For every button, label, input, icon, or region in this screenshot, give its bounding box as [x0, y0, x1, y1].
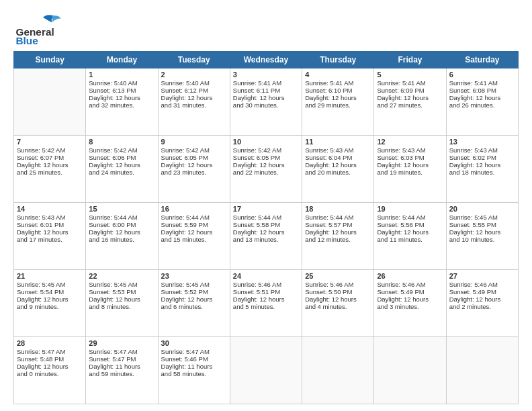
day-info-line: Sunset: 6:04 PM: [305, 154, 371, 161]
day-info-line: and 22 minutes.: [233, 169, 299, 176]
day-info-line: Daylight: 12 hours: [377, 228, 443, 236]
day-info-line: and 24 minutes.: [89, 169, 154, 176]
weekday-header-friday: Friday: [374, 52, 446, 68]
calendar-week-row: 7Sunrise: 5:42 AMSunset: 6:07 PMDaylight…: [14, 136, 519, 203]
day-number: 9: [161, 138, 227, 146]
day-info-line: Daylight: 11 hours: [161, 363, 227, 370]
page: General Blue SundayMondayTuesdayWednesda…: [0, 0, 532, 411]
day-info-line: Sunset: 6:06 PM: [89, 154, 154, 161]
day-info-line: and 10 minutes.: [449, 236, 515, 243]
weekday-header-saturday: Saturday: [446, 52, 518, 68]
day-info-line: Sunrise: 5:40 AM: [161, 79, 227, 87]
day-info-line: Sunrise: 5:46 AM: [449, 281, 515, 288]
day-number: 1: [89, 71, 154, 79]
day-info-line: Sunset: 6:09 PM: [377, 87, 443, 94]
day-number: 19: [377, 205, 443, 213]
day-number: 13: [449, 138, 515, 146]
day-info-line: Sunset: 6:12 PM: [161, 87, 227, 94]
day-info-line: Daylight: 12 hours: [377, 295, 443, 303]
calendar-cell: 30Sunrise: 5:47 AMSunset: 5:46 PMDayligh…: [158, 337, 230, 404]
day-number: 17: [233, 205, 299, 213]
day-info-line: Sunset: 5:57 PM: [305, 221, 371, 228]
day-info-line: Daylight: 12 hours: [449, 161, 515, 169]
day-info-line: Sunrise: 5:44 AM: [89, 214, 154, 221]
calendar-cell: 16Sunrise: 5:44 AMSunset: 5:59 PMDayligh…: [158, 203, 230, 270]
day-info-line: Daylight: 12 hours: [89, 161, 154, 169]
day-info-line: and 32 minutes.: [89, 101, 154, 109]
day-number: 2: [161, 71, 227, 79]
day-info-line: Sunrise: 5:42 AM: [233, 146, 299, 154]
day-info-line: and 59 minutes.: [89, 370, 154, 377]
day-number: 29: [89, 339, 154, 347]
day-info-line: Sunrise: 5:44 AM: [233, 214, 299, 221]
day-info-line: and 0 minutes.: [17, 370, 83, 377]
calendar-cell: 2Sunrise: 5:40 AMSunset: 6:12 PMDaylight…: [158, 68, 230, 136]
day-info-line: Sunset: 5:56 PM: [377, 221, 443, 228]
day-info-line: Sunset: 5:46 PM: [161, 355, 227, 363]
weekday-header-sunday: Sunday: [14, 52, 86, 68]
day-info-line: Daylight: 12 hours: [161, 295, 227, 303]
day-info-line: Sunrise: 5:42 AM: [161, 146, 227, 154]
day-info-line: Daylight: 12 hours: [305, 228, 371, 236]
day-number: 3: [233, 71, 299, 79]
day-info-line: Sunset: 5:49 PM: [377, 288, 443, 295]
day-info-line: Sunrise: 5:43 AM: [449, 146, 515, 154]
weekday-header-wednesday: Wednesday: [230, 52, 302, 68]
calendar-cell: 9Sunrise: 5:42 AMSunset: 6:05 PMDaylight…: [158, 136, 230, 203]
day-info-line: Sunset: 6:08 PM: [449, 87, 515, 94]
day-info-line: Sunrise: 5:45 AM: [17, 281, 83, 288]
day-info-line: and 3 minutes.: [377, 303, 443, 310]
day-info-line: Daylight: 12 hours: [17, 228, 83, 236]
calendar-cell: [446, 337, 518, 404]
calendar-cell: 1Sunrise: 5:40 AMSunset: 6:13 PMDaylight…: [86, 68, 158, 136]
calendar-cell: [230, 337, 302, 404]
day-info-line: Daylight: 12 hours: [377, 161, 443, 169]
day-info-line: Sunrise: 5:45 AM: [449, 214, 515, 221]
day-number: 27: [449, 272, 515, 280]
day-info-line: and 19 minutes.: [377, 169, 443, 176]
calendar-cell: 24Sunrise: 5:46 AMSunset: 5:51 PMDayligh…: [230, 270, 302, 337]
day-info-line: and 8 minutes.: [89, 303, 154, 310]
day-info-line: Sunset: 5:55 PM: [449, 221, 515, 228]
calendar-week-row: 21Sunrise: 5:45 AMSunset: 5:54 PMDayligh…: [14, 270, 519, 337]
day-info-line: and 9 minutes.: [17, 303, 83, 310]
day-info-line: Daylight: 12 hours: [449, 295, 515, 303]
day-info-line: and 20 minutes.: [305, 169, 371, 176]
day-info-line: and 4 minutes.: [305, 303, 371, 310]
day-info-line: and 11 minutes.: [377, 236, 443, 243]
day-info-line: Sunset: 6:02 PM: [449, 154, 515, 161]
svg-text:Blue: Blue: [15, 35, 38, 46]
day-info-line: Sunrise: 5:42 AM: [17, 146, 83, 154]
day-info-line: Daylight: 12 hours: [233, 228, 299, 236]
calendar-cell: 27Sunrise: 5:46 AMSunset: 5:49 PMDayligh…: [446, 270, 518, 337]
day-info-line: Sunrise: 5:43 AM: [377, 146, 443, 154]
calendar-cell: 4Sunrise: 5:41 AMSunset: 6:10 PMDaylight…: [302, 68, 374, 136]
day-info-line: Sunrise: 5:47 AM: [161, 348, 227, 355]
calendar-cell: [302, 337, 374, 404]
calendar-cell: 14Sunrise: 5:43 AMSunset: 6:01 PMDayligh…: [14, 203, 86, 270]
day-number: 23: [161, 272, 227, 280]
weekday-header-tuesday: Tuesday: [158, 52, 230, 68]
day-info-line: Sunset: 6:03 PM: [377, 154, 443, 161]
day-info-line: Sunrise: 5:41 AM: [377, 79, 443, 87]
calendar-cell: 10Sunrise: 5:42 AMSunset: 6:05 PMDayligh…: [230, 136, 302, 203]
day-info-line: Sunset: 6:05 PM: [233, 154, 299, 161]
day-info-line: and 26 minutes.: [449, 101, 515, 109]
day-number: 12: [377, 138, 443, 146]
day-info-line: Sunset: 5:52 PM: [161, 288, 227, 295]
calendar-cell: [374, 337, 446, 404]
day-number: 30: [161, 339, 227, 347]
day-info-line: Sunrise: 5:47 AM: [17, 348, 83, 355]
calendar-cell: [14, 68, 86, 136]
day-info-line: Sunset: 6:00 PM: [89, 221, 154, 228]
calendar-cell: 21Sunrise: 5:45 AMSunset: 5:54 PMDayligh…: [14, 270, 86, 337]
day-info-line: and 58 minutes.: [161, 370, 227, 377]
calendar-cell: 23Sunrise: 5:45 AMSunset: 5:52 PMDayligh…: [158, 270, 230, 337]
header: General Blue: [13, 12, 519, 46]
day-info-line: Sunset: 5:51 PM: [233, 288, 299, 295]
day-info-line: Sunrise: 5:44 AM: [305, 214, 371, 221]
day-info-line: and 18 minutes.: [449, 169, 515, 176]
day-info-line: Daylight: 12 hours: [89, 228, 154, 236]
day-info-line: Daylight: 12 hours: [161, 228, 227, 236]
day-info-line: Sunset: 6:05 PM: [161, 154, 227, 161]
